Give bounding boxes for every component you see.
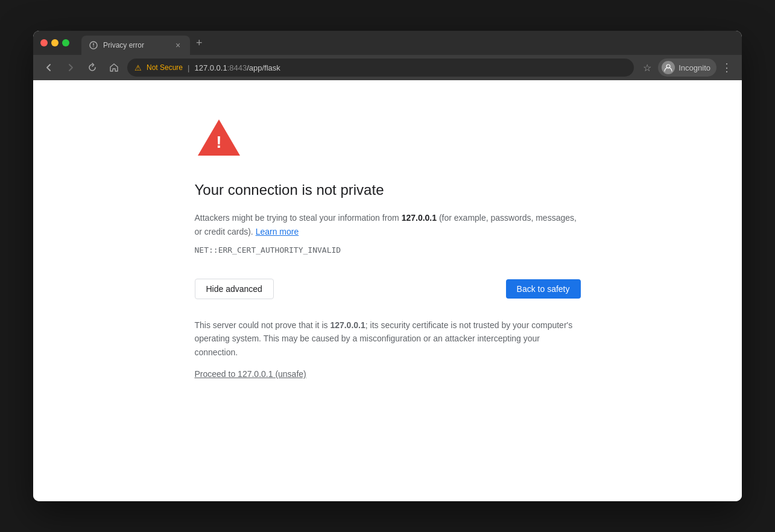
active-tab[interactable]: Privacy error × — [81, 36, 190, 55]
new-tab-button[interactable]: + — [190, 37, 209, 49]
url-host: 127.0.0.1 — [194, 63, 227, 72]
close-traffic-light[interactable] — [40, 39, 48, 46]
reload-button[interactable] — [84, 59, 101, 76]
traffic-lights — [40, 39, 69, 46]
back-button[interactable] — [40, 59, 57, 76]
home-button[interactable] — [106, 59, 122, 76]
incognito-icon — [662, 61, 675, 74]
nav-right: ☆ Incognito ⋮ — [639, 59, 735, 77]
address-url: 127.0.0.1:8443/app/flask — [194, 63, 280, 72]
title-bar: Privacy error × + — [33, 31, 742, 55]
not-secure-label: Not Secure — [147, 63, 183, 72]
svg-text:!: ! — [216, 133, 221, 151]
tab-icon — [89, 40, 98, 50]
not-secure-icon: ⚠ — [134, 63, 142, 72]
browser-window: Privacy error × + — [33, 31, 742, 501]
learn-more-link[interactable]: Learn more — [256, 227, 299, 236]
bookmark-button[interactable]: ☆ — [639, 59, 656, 76]
advanced-bold-host: 127.0.0.1 — [330, 320, 365, 330]
page-content: ! Your connection is not private Attacke… — [33, 80, 742, 501]
error-title: Your connection is not private — [195, 180, 581, 199]
back-to-safety-button[interactable]: Back to safety — [506, 279, 581, 299]
advanced-text-1: This server could not prove that it is — [195, 320, 331, 330]
svg-point-2 — [93, 46, 94, 48]
tab-title: Privacy error — [103, 41, 144, 49]
description-text-1: Attackers might be trying to steal your … — [195, 213, 402, 223]
forward-button[interactable] — [62, 59, 79, 76]
maximize-traffic-light[interactable] — [62, 39, 69, 46]
address-separator: | — [188, 63, 189, 72]
warning-triangle-icon: ! — [195, 116, 243, 159]
incognito-label: Incognito — [679, 63, 710, 72]
tab-bar: Privacy error × + — [81, 31, 209, 55]
advanced-description: This server could not prove that it is 1… — [195, 318, 581, 359]
error-description: Attackers might be trying to steal your … — [195, 211, 581, 238]
error-container: ! Your connection is not private Attacke… — [195, 116, 581, 477]
proceed-link[interactable]: Proceed to 127.0.0.1 (unsafe) — [195, 369, 306, 379]
nav-bar: ⚠ Not Secure | 127.0.0.1:8443/app/flask … — [33, 55, 742, 80]
address-bar[interactable]: ⚠ Not Secure | 127.0.0.1:8443/app/flask — [127, 59, 634, 77]
tab-close-button[interactable]: × — [173, 40, 183, 50]
url-port: :8443 — [227, 63, 247, 72]
chrome-menu-button[interactable]: ⋮ — [719, 61, 735, 74]
url-path: /app/flask — [247, 63, 280, 72]
button-row: Hide advanced Back to safety — [195, 279, 581, 299]
error-code: NET::ERR_CERT_AUTHORITY_INVALID — [195, 245, 581, 255]
hide-advanced-button[interactable]: Hide advanced — [195, 279, 274, 299]
minimize-traffic-light[interactable] — [51, 39, 59, 46]
description-bold-host: 127.0.0.1 — [402, 213, 437, 223]
incognito-button[interactable]: Incognito — [658, 59, 716, 77]
